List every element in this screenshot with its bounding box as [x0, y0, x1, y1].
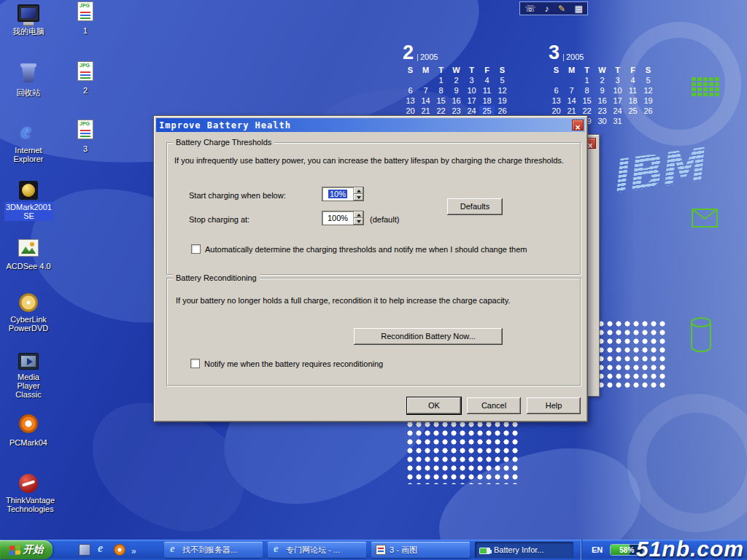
- phone-icon[interactable]: ☏: [525, 3, 535, 15]
- start-charging-label: Start charging when below:: [189, 191, 286, 200]
- calendar-cell: 20: [403, 106, 418, 116]
- calendar-cell: 12: [640, 85, 656, 96]
- internet-explorer-icon: [17, 121, 40, 143]
- media-player-classic-icon: [18, 353, 39, 370]
- calendar-cell: 9: [595, 85, 610, 96]
- spin-up-button[interactable]: [354, 211, 363, 218]
- desktop-icon-pcmark04[interactable]: PCMark04: [4, 414, 53, 448]
- calendar-icon[interactable]: ▦: [574, 3, 582, 15]
- defaults-button[interactable]: Defaults: [447, 198, 503, 215]
- desktop-icon-label: 2: [82, 85, 89, 96]
- calendar-cell: 2: [449, 75, 464, 85]
- calendar-cell: 4: [625, 75, 640, 85]
- desktop-file-1[interactable]: JPG 1: [69, 1, 102, 36]
- notify-reconditioning-checkbox-label[interactable]: Notify me when the battery requires reco…: [204, 359, 383, 368]
- jpg-file-icon: JPG: [77, 61, 93, 81]
- jpg-badge: JPG: [80, 3, 90, 9]
- wallpaper-dot-grid: [406, 420, 519, 484]
- calendar-cell: S: [403, 65, 418, 75]
- auto-determine-checkbox-label[interactable]: Automatically determine the charging thr…: [205, 245, 527, 254]
- desktop-icon-acdsee[interactable]: ACDSee 4.0: [4, 239, 53, 272]
- quicklaunch-overflow-chevron[interactable]: [131, 544, 140, 556]
- calendar-cell: 2: [595, 75, 610, 85]
- calendar-cell: 24: [464, 106, 479, 116]
- spin-up-button[interactable]: [354, 187, 363, 194]
- desktop-icon-label: 1: [82, 26, 89, 36]
- start-charging-spinner[interactable]: 10%: [322, 187, 364, 201]
- powerdvd-icon: [19, 293, 38, 312]
- calendar-cell: 18: [625, 96, 640, 106]
- task-button-forum[interactable]: 专门网论坛 - ...: [268, 542, 366, 558]
- calendar-cell: 7: [418, 85, 433, 96]
- desktop-widget-toolbar: ☏ ♪ ✎ ▦: [519, 1, 588, 15]
- help-button[interactable]: Help: [527, 397, 581, 414]
- dialog-body: Battery Charge Thresholds If you infrequ…: [156, 132, 585, 421]
- pen-icon[interactable]: ✎: [558, 3, 565, 15]
- show-desktop-icon[interactable]: [79, 544, 90, 556]
- desktop-icon-media-player-classic[interactable]: Media Player Classic: [4, 353, 53, 400]
- calendar-cell: 17: [464, 96, 479, 106]
- calendar-cell: 8: [579, 85, 595, 96]
- task-button-server-not-found[interactable]: 找不到服务器...: [164, 542, 263, 558]
- calendar-cell: [564, 75, 579, 85]
- language-indicator[interactable]: EN: [592, 545, 603, 554]
- jpg-badge: JPG: [80, 121, 90, 127]
- calendar-cell: [640, 116, 656, 126]
- task-button-battery-information[interactable]: Battery Infor...: [475, 542, 573, 558]
- stop-charging-spinner[interactable]: 100%: [322, 211, 364, 225]
- calendar-cell: 15: [579, 96, 595, 106]
- ok-button[interactable]: OK: [407, 397, 461, 414]
- 3dmark2001-icon: [19, 181, 38, 200]
- calendar-cell: 21: [564, 106, 579, 116]
- internet-explorer-quicklaunch-icon[interactable]: [96, 544, 108, 556]
- desktop-icon-3dmark2001-se[interactable]: 3DMark2001 SE: [4, 181, 53, 222]
- cancel-button[interactable]: Cancel: [467, 397, 521, 414]
- jpg-file-icon: JPG: [77, 1, 93, 21]
- desktop-icon-label: Media Player Classic: [4, 372, 53, 400]
- calendar-cell: 5: [495, 75, 510, 85]
- spin-down-button[interactable]: [354, 194, 363, 201]
- calendar-cell: 6: [549, 85, 564, 96]
- music-icon[interactable]: ♪: [545, 3, 549, 15]
- desktop-icon-recycle-bin[interactable]: 回收站: [4, 63, 53, 98]
- calendar-cell: 23: [595, 106, 610, 116]
- recondition-battery-now-button[interactable]: Recondition Battery Now...: [354, 328, 503, 345]
- calendar-cell: T: [433, 65, 449, 75]
- recycle-bin-icon: [20, 63, 37, 83]
- calendar-cell: 11: [625, 85, 640, 96]
- calendar-cell: S: [640, 65, 656, 75]
- task-button-paint[interactable]: 3 - 画图: [371, 542, 470, 558]
- calendar-cell: T: [610, 65, 625, 75]
- battery-icon: [479, 548, 490, 554]
- calendar-year: 2005: [562, 51, 584, 63]
- calendar-cell: 10: [464, 85, 479, 96]
- start-button[interactable]: 开始: [0, 540, 53, 559]
- desktop-icon-internet-explorer[interactable]: Internet Explorer: [4, 121, 53, 165]
- task-label: 专门网论坛 - ...: [286, 545, 340, 556]
- spinner-value[interactable]: 100%: [322, 211, 353, 225]
- spin-down-button[interactable]: [354, 218, 363, 225]
- desktop-icon-cyberlink-powerdvd[interactable]: CyberLink PowerDVD: [4, 293, 53, 334]
- taskbar: 开始 找不到服务器... 专门网论坛 - ... 3 - 画图 Battery …: [0, 540, 747, 560]
- calendar-cell: 19: [495, 96, 510, 106]
- desktop-file-2[interactable]: JPG 2: [69, 61, 102, 96]
- start-label: 开始: [23, 543, 44, 556]
- desktop-file-3[interactable]: JPG 3: [69, 120, 102, 155]
- calendar-cell: 19: [640, 96, 656, 106]
- dialog-titlebar[interactable]: Improve Battery Health: [156, 118, 585, 132]
- media-player-quicklaunch-icon[interactable]: [114, 544, 125, 556]
- task-label: 3 - 画图: [390, 545, 417, 556]
- desktop-icon-my-computer[interactable]: 我的电脑: [4, 4, 53, 37]
- calendar-title: 3 2005: [549, 41, 656, 63]
- calendar-cell: W: [595, 65, 610, 75]
- calendar-cell: 8: [433, 85, 449, 96]
- spinner-buttons: [353, 187, 363, 201]
- spinner-value[interactable]: 10%: [322, 187, 353, 201]
- calendar-title: 2 2005: [403, 41, 510, 63]
- calendar-cell: T: [579, 65, 595, 75]
- desktop-icon-thinkvantage[interactable]: ThinkVantage Technologies: [4, 474, 53, 515]
- auto-determine-checkbox[interactable]: [191, 244, 201, 254]
- dialog-close-button[interactable]: [572, 120, 584, 131]
- notify-reconditioning-checkbox[interactable]: [190, 359, 200, 368]
- calendar-cell: 17: [610, 96, 625, 106]
